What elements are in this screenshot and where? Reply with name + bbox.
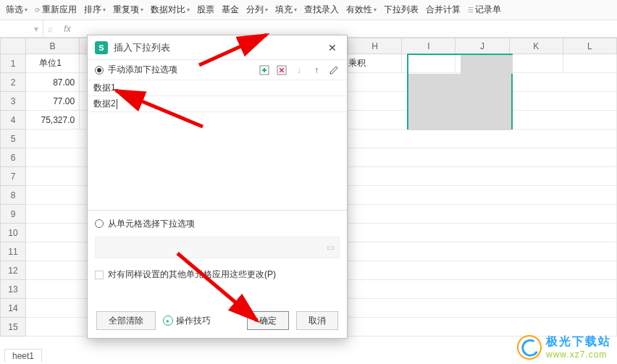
tips-link[interactable]: ▸操作技巧 <box>163 315 211 327</box>
app-icon: S <box>95 41 108 54</box>
edit-item-icon[interactable] <box>328 64 340 76</box>
sheet-tab[interactable]: heet1 <box>4 349 42 363</box>
dialog-footer: 全部清除 ▸操作技巧 确定 取消 <box>88 303 347 338</box>
validation-button[interactable]: 有效性▾ <box>343 4 379 16</box>
manual-option-label: 手动添加下拉选项 <box>108 64 177 76</box>
add-item-icon[interactable] <box>259 64 270 76</box>
watermark-name: 极光下载站 <box>546 334 611 350</box>
filter-button[interactable]: 筛选▾ <box>3 4 30 16</box>
consolidate-button[interactable]: 合并计算 <box>423 4 463 16</box>
duplicates-button[interactable]: 重复项▾ <box>110 4 146 16</box>
row-header[interactable]: 1 <box>1 54 26 73</box>
manual-option-row[interactable]: 手动添加下拉选项 ↓ ↑ <box>88 60 347 80</box>
radio-range[interactable] <box>95 219 104 228</box>
col-header[interactable]: I <box>402 38 456 54</box>
range-option-row[interactable]: 从单元格选择下拉选项 <box>88 211 347 237</box>
clear-all-button[interactable]: 全部清除 <box>96 311 156 330</box>
cell[interactable]: 75,327.0 <box>26 111 80 130</box>
insert-dropdown-dialog: S 插入下拉列表 ✕ 手动添加下拉选项 ↓ ↑ 数据1 数据2 从单元格选择下拉… <box>87 35 348 339</box>
dialog-titlebar: S 插入下拉列表 ✕ <box>88 35 347 60</box>
apply-others-row: 对有同样设置的其他单元格应用这些更改(P) <box>88 258 347 284</box>
fx-label: fx <box>57 24 77 34</box>
close-button[interactable]: ✕ <box>325 41 340 55</box>
cell[interactable]: 乘积 <box>348 54 402 73</box>
reapply-button[interactable]: ⟳重新应用 <box>32 4 80 16</box>
split-button[interactable]: 分列▾ <box>243 4 271 16</box>
col-header[interactable] <box>1 38 26 54</box>
name-box[interactable]: ▾ <box>0 20 43 37</box>
range-option-label: 从单元格选择下拉选项 <box>108 218 195 230</box>
move-up-icon[interactable]: ↑ <box>311 64 322 76</box>
col-header[interactable]: L <box>563 38 616 54</box>
cell[interactable]: 87.00 <box>26 73 80 92</box>
watermark-logo <box>514 332 545 363</box>
fill-button[interactable]: 填充▾ <box>272 4 300 16</box>
compare-button[interactable]: 数据对比▾ <box>148 4 193 16</box>
range-ref-input: ▭ <box>95 237 340 258</box>
dropdown-list-button[interactable]: 下拉列表 <box>381 4 421 16</box>
apply-others-label: 对有同样设置的其他单元格应用这些更改(P) <box>108 268 276 281</box>
col-header[interactable]: J <box>456 38 509 54</box>
sort-button[interactable]: 排序▾ <box>81 4 109 16</box>
ribbon-toolbar: 筛选▾ ⟳重新应用 排序▾ 重复项▾ 数据对比▾ 股票 基金 分列▾ 填充▾ 查… <box>0 0 617 20</box>
cancel-button[interactable]: 取消 <box>296 311 338 330</box>
find-input-button[interactable]: 查找录入 <box>301 4 342 16</box>
col-header[interactable]: H <box>348 38 402 54</box>
list-item[interactable]: 数据2 <box>88 96 347 112</box>
ok-button[interactable]: 确定 <box>247 311 289 330</box>
move-down-icon[interactable]: ↓ <box>293 64 305 76</box>
col-header[interactable]: K <box>509 38 563 54</box>
fund-button[interactable]: 基金 <box>219 4 242 16</box>
dialog-title: 插入下拉列表 <box>114 41 319 54</box>
apply-others-checkbox[interactable] <box>95 271 104 279</box>
watermark-url: www.xz7.com <box>546 350 611 360</box>
record-button[interactable]: ☰记录单 <box>465 4 504 16</box>
radio-manual[interactable] <box>95 66 104 75</box>
cell[interactable]: 77.00 <box>26 92 80 111</box>
search-icon: ⌕ <box>48 24 53 34</box>
range-picker-icon: ▭ <box>327 242 335 253</box>
stock-button[interactable]: 股票 <box>194 4 217 16</box>
cell[interactable]: 单位1 <box>26 54 80 73</box>
list-item[interactable]: 数据1 <box>88 80 347 96</box>
watermark: 极光下载站 www.xz7.com <box>517 334 611 360</box>
delete-item-icon[interactable] <box>276 64 287 76</box>
dropdown-items-list[interactable]: 数据1 数据2 <box>88 80 347 211</box>
col-header[interactable]: B <box>26 38 80 54</box>
